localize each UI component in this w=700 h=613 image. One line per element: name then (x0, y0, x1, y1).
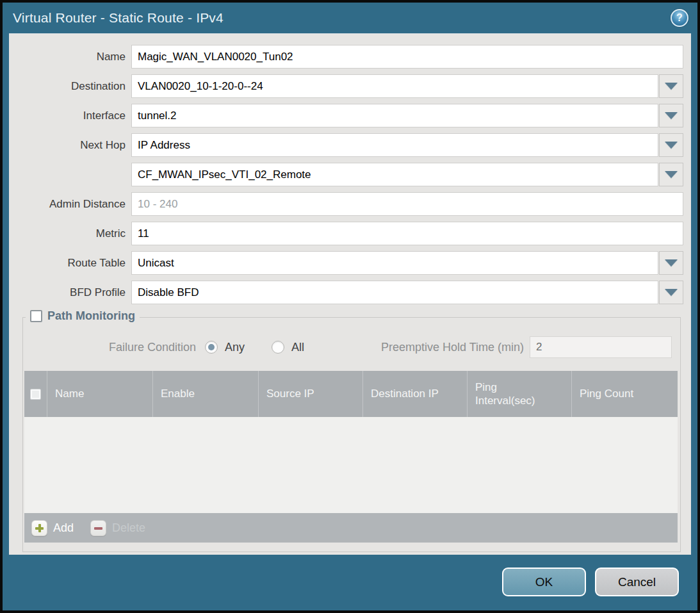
column-header-name: Name (47, 371, 152, 417)
chevron-down-icon (665, 83, 678, 90)
next-hop-address-field (131, 163, 683, 186)
dialog-content: Name Destination Interface (9, 33, 691, 555)
column-header-source-ip: Source IP (258, 371, 362, 417)
chevron-down-icon (665, 112, 678, 119)
dialog-title: Virtual Router - Static Route - IPv4 (13, 10, 224, 26)
destination-dropdown-button[interactable] (659, 74, 683, 98)
dialog-window: Virtual Router - Static Route - IPv4 ? N… (3, 3, 697, 610)
name-field (131, 45, 683, 69)
bfd-profile-field (131, 281, 683, 304)
chevron-down-icon (665, 142, 678, 149)
form-row-next-hop-address (9, 163, 683, 186)
next-hop-address-dropdown-button[interactable] (659, 163, 683, 186)
name-input[interactable] (131, 45, 683, 69)
form-row-metric: Metric (9, 222, 683, 245)
dialog-frame: Virtual Router - Static Route - IPv4 ? N… (0, 0, 700, 613)
column-header-ping-count: Ping Count (571, 371, 678, 417)
bfd-profile-dropdown-button[interactable] (659, 281, 683, 304)
preemptive-hold-time-label: Preemptive Hold Time (min) (381, 341, 524, 354)
add-button[interactable]: Add (31, 520, 74, 536)
metric-input[interactable] (131, 222, 683, 245)
next-hop-address-input[interactable] (131, 163, 658, 186)
failure-condition-all-radio[interactable] (272, 341, 284, 354)
chevron-down-icon (665, 171, 678, 178)
form-row-route-table: Route Table (9, 251, 683, 275)
name-label: Name (9, 51, 131, 63)
column-header-destination-ip: Destination IP (362, 371, 467, 417)
failure-condition-row: Failure Condition Any All Preemptive Hol… (23, 336, 680, 358)
metric-field (131, 222, 683, 245)
interface-field (131, 104, 683, 127)
path-monitoring-title: Path Monitoring (47, 309, 135, 323)
cancel-button[interactable]: Cancel (595, 568, 679, 596)
destination-input[interactable] (131, 74, 658, 98)
path-monitoring-table: Name Enable Source IP Destination IP Pin… (24, 371, 678, 543)
preemptive-hold-time-input[interactable] (530, 336, 672, 358)
destination-label: Destination (9, 80, 131, 93)
failure-condition-all-label: All (291, 341, 304, 354)
route-table-label: Route Table (9, 257, 131, 270)
next-hop-field (131, 133, 683, 157)
minus-icon (90, 520, 106, 536)
destination-field (131, 74, 683, 98)
form-row-name: Name (9, 45, 683, 69)
form-row-interface: Interface (9, 104, 683, 127)
path-monitoring-legend: Path Monitoring (26, 309, 140, 323)
chevron-down-icon (665, 289, 678, 296)
route-table-dropdown-button[interactable] (659, 251, 683, 275)
admin-distance-field (131, 192, 683, 216)
select-all-header-cell (24, 371, 47, 417)
plus-icon (31, 520, 47, 536)
admin-distance-input[interactable] (131, 192, 683, 216)
failure-condition-any-radio[interactable] (205, 341, 218, 354)
form-row-admin-distance: Admin Distance (9, 192, 683, 216)
form-row-destination: Destination (9, 74, 683, 98)
form-row-bfd-profile: BFD Profile (9, 281, 683, 304)
failure-condition-any-label: Any (225, 341, 245, 354)
add-button-label: Add (53, 521, 74, 535)
column-header-enable: Enable (152, 371, 258, 417)
ok-button[interactable]: OK (502, 568, 586, 596)
select-all-checkbox[interactable] (30, 389, 41, 400)
chevron-down-icon (665, 259, 678, 266)
form-row-next-hop: Next Hop (9, 133, 683, 157)
bfd-profile-label: BFD Profile (9, 286, 131, 299)
path-monitoring-checkbox[interactable] (30, 310, 42, 322)
column-header-ping-interval: Ping Interval(sec) (467, 371, 571, 417)
route-table-field (131, 251, 683, 275)
path-monitoring-section: Path Monitoring Failure Condition Any Al… (22, 317, 681, 552)
metric-label: Metric (9, 227, 131, 240)
bfd-profile-input[interactable] (131, 281, 658, 304)
next-hop-type-input[interactable] (131, 133, 658, 157)
interface-label: Interface (9, 110, 131, 122)
title-bar: Virtual Router - Static Route - IPv4 ? (3, 3, 697, 33)
help-icon[interactable]: ? (671, 9, 688, 27)
dialog-actions: OK Cancel (502, 568, 679, 596)
failure-condition-label: Failure Condition (23, 341, 196, 354)
admin-distance-label: Admin Distance (9, 198, 131, 211)
table-header-row: Name Enable Source IP Destination IP Pin… (24, 371, 678, 417)
next-hop-type-dropdown-button[interactable] (659, 133, 683, 157)
delete-button[interactable]: Delete (90, 520, 145, 536)
interface-input[interactable] (131, 104, 658, 127)
delete-button-label: Delete (112, 521, 145, 535)
interface-dropdown-button[interactable] (659, 104, 683, 127)
route-table-input[interactable] (131, 251, 658, 275)
table-toolbar: Add Delete (24, 513, 678, 543)
table-body-empty (24, 417, 678, 513)
next-hop-label: Next Hop (9, 139, 131, 152)
